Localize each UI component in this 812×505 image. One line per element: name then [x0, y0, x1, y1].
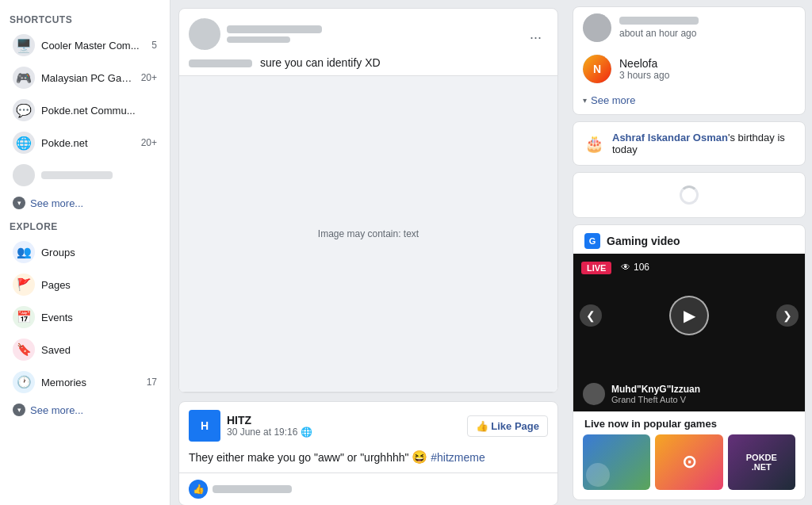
eye-icon: 👁 — [621, 262, 630, 273]
shortcut-icon-pokde-community: 💬 — [13, 99, 35, 121]
shortcut-label-malaysian-pc: Malaysian PC Gam... — [41, 72, 138, 84]
shortcut-item-cooler-master[interactable]: 🖥️ Cooler Master Com... 5 — [3, 29, 167, 61]
shortcut-icon-pokde: 🌐 — [13, 132, 35, 154]
contact-item-1[interactable]: about an hour ago — [573, 7, 805, 48]
see-more-arrow-down-icon: ▾ — [583, 96, 587, 105]
video-player[interactable]: LIVE 👁 106 ▶ ❮ ❯ — [573, 254, 805, 377]
gaming-title: Gaming video — [607, 235, 680, 247]
shortcuts-title: Shortcuts — [0, 8, 170, 29]
contact-info-1: about an hour ago — [619, 17, 699, 39]
explore-see-more-arrow-icon: ▾ — [13, 404, 25, 416]
live-now-grid: ⊙ POKDE.NET — [573, 434, 805, 499]
page-post-meta: 30 June at 19:16 🌐 — [227, 427, 312, 438]
post-avatar-1 — [189, 18, 220, 50]
overwatch-logo: ⊙ — [655, 434, 722, 490]
globe-icon: 🌐 — [301, 427, 312, 438]
post-reactions: 👍 — [179, 472, 557, 505]
post-author-inline-blurred — [189, 59, 252, 67]
page-post-hitz: H HITZ 30 June at 19:16 🌐 👍 Like Page Th… — [178, 401, 558, 505]
shortcut-icon-blurred — [13, 164, 35, 186]
post-author-name-blurred — [227, 25, 322, 33]
post-author-1 — [189, 18, 322, 50]
page-initial: H — [201, 419, 209, 432]
reactor-names-blurred — [213, 485, 292, 493]
shortcuts-see-more-button[interactable]: ▾ See more... — [3, 192, 167, 214]
explore-see-more-label: See more... — [30, 404, 83, 416]
game-name: Grand Theft Auto V — [611, 395, 700, 404]
video-nav-right-button[interactable]: ❯ — [776, 304, 799, 327]
contact-time-neelofa: 3 hours ago — [619, 70, 669, 81]
shortcut-item-pokde[interactable]: 🌐 Pokde.net 20+ — [3, 127, 167, 159]
explore-item-groups[interactable]: 👥 Groups — [3, 236, 167, 268]
video-nav-left-button[interactable]: ❮ — [580, 304, 602, 327]
image-alt-text: Image may contain: text — [318, 228, 419, 239]
explore-label-memories: Memories — [41, 377, 144, 388]
live-now-thumb-overwatch[interactable]: ⊙ — [655, 434, 722, 490]
explore-see-more-button[interactable]: ▾ See more... — [3, 399, 167, 421]
shortcut-item-pokde-community[interactable]: 💬 Pokde.net Commu... — [3, 94, 167, 126]
video-streamer-details: Muhd"KnyG"Izzuan Grand Theft Auto V — [611, 384, 700, 404]
contacts-card: about an hour ago N Neelofa 3 hours ago … — [573, 6, 806, 115]
page-post-hashtag[interactable]: #hitzmeme — [431, 451, 485, 464]
live-now-title: Live now in popular games — [573, 411, 805, 434]
left-sidebar: Shortcuts 🖥️ Cooler Master Com... 5 🎮 Ma… — [0, 0, 170, 505]
shortcut-badge-pokde: 20+ — [141, 137, 157, 148]
explore-label-groups: Groups — [41, 247, 157, 258]
post-card-1: ... sure you can identify XD Image may c… — [178, 8, 558, 393]
post-image: Image may contain: text — [179, 75, 557, 392]
groups-icon: 👥 — [13, 241, 35, 263]
page-post-left: H HITZ 30 June at 19:16 🌐 — [189, 410, 312, 442]
gaming-video-header: G Gaming video — [573, 225, 805, 254]
shortcut-badge-malaysian-pc: 20+ — [141, 72, 157, 83]
contacts-see-more-button[interactable]: ▾ See more — [573, 90, 805, 114]
page-post-name[interactable]: HITZ — [227, 414, 312, 427]
page-post-date: 30 June at 19:16 — [227, 427, 297, 438]
birthday-cake-icon: 🎂 — [584, 134, 604, 153]
post-more-options-button[interactable]: ... — [523, 23, 548, 46]
post-meta-blurred — [227, 36, 290, 43]
birthday-person-name[interactable]: Ashraf Iskandar Osman — [612, 132, 728, 143]
page-post-info: HITZ 30 June at 19:16 🌐 — [227, 414, 312, 438]
main-feed: ... sure you can identify XD Image may c… — [170, 0, 566, 505]
page-post-avatar[interactable]: H — [189, 410, 220, 442]
shortcut-label-blurred — [41, 171, 113, 179]
gaming-icon: G — [584, 233, 600, 249]
page-post-text-main: They either make you go "aww" or "urghhh… — [189, 451, 408, 464]
contacts-see-more-label: See more — [591, 94, 635, 106]
post-content-text: sure you can identify XD — [179, 56, 557, 75]
shortcut-label-pokde-community: Pokde.net Commu... — [41, 105, 154, 117]
explore-label-events: Events — [41, 312, 157, 323]
page-post-text: They either make you go "aww" or "urghhh… — [179, 450, 557, 472]
explore-item-pages[interactable]: 🚩 Pages — [3, 269, 167, 300]
like-page-button[interactable]: 👍 Like Page — [467, 415, 548, 437]
shortcut-badge-cooler-master: 5 — [151, 40, 157, 51]
explore-label-pages: Pages — [41, 279, 157, 291]
explore-badge-memories: 17 — [147, 377, 157, 388]
birthday-content: 🎂 Ashraf Iskandar Osman's birthday is to… — [573, 122, 805, 165]
explore-item-events[interactable]: 📅 Events — [3, 301, 167, 333]
shortcut-icon-cooler-master: 🖥️ — [13, 34, 35, 56]
live-now-thumb-1[interactable] — [583, 434, 650, 490]
explore-item-saved[interactable]: 🔖 Saved — [3, 334, 167, 365]
birthday-card: 🎂 Ashraf Iskandar Osman's birthday is to… — [573, 121, 806, 166]
viewer-count: 👁 106 — [621, 262, 649, 273]
gaming-video-card: G Gaming video LIVE 👁 106 ▶ ❮ ❯ Muhd"Kny… — [573, 224, 806, 500]
events-icon: 📅 — [13, 306, 35, 328]
see-more-arrow-icon: ▾ — [13, 197, 25, 209]
live-now-thumb-3[interactable]: POKDE.NET — [728, 434, 795, 490]
shortcuts-see-more-label: See more... — [30, 197, 83, 209]
saved-icon: 🔖 — [13, 339, 35, 361]
contact-avatar-1 — [583, 13, 611, 42]
explore-item-memories[interactable]: 🕐 Memories 17 — [3, 366, 167, 398]
shortcut-item-blurred — [3, 159, 167, 191]
video-play-button[interactable]: ▶ — [669, 296, 709, 335]
loading-card — [573, 172, 806, 218]
streamer-avatar — [583, 383, 605, 405]
contact-avatar-neelofa: N — [583, 55, 611, 83]
contact-item-neelofa[interactable]: N Neelofa 3 hours ago — [573, 48, 805, 90]
post-text: sure you can identify XD — [260, 56, 381, 69]
contact-info-neelofa: Neelofa 3 hours ago — [619, 57, 669, 81]
shortcut-item-malaysian-pc[interactable]: 🎮 Malaysian PC Gam... 20+ — [3, 62, 167, 94]
streamer-name: Muhd"KnyG"Izzuan — [611, 384, 700, 395]
page-post-header: H HITZ 30 June at 19:16 🌐 👍 Like Page — [179, 402, 557, 450]
